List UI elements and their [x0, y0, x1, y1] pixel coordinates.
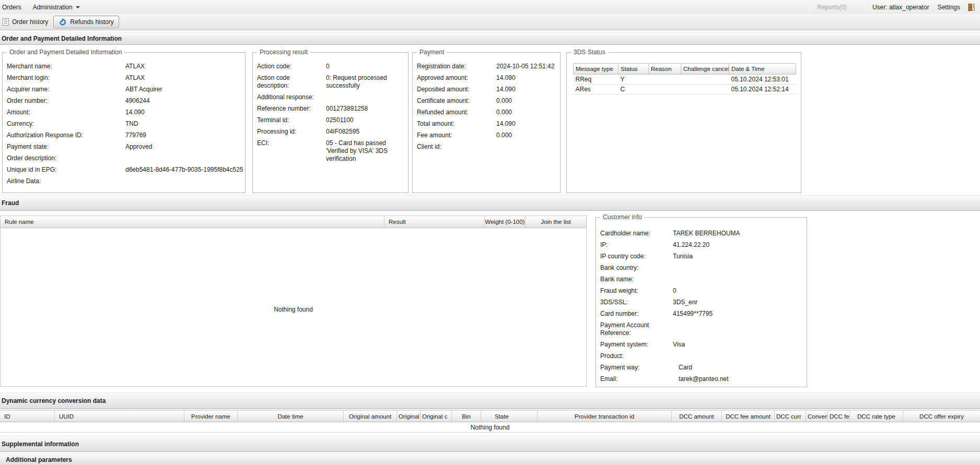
tds-column-header[interactable]: Date & Time — [729, 64, 796, 75]
dcc-column[interactable]: UUID — [55, 411, 184, 422]
field-row: Certificate amount:0.000 — [417, 97, 556, 105]
field-label: Processing id: — [257, 128, 326, 136]
field-value: Card — [673, 364, 802, 372]
tab-order-history[interactable]: Order history — [1, 16, 50, 28]
menu-administration[interactable]: Administration — [33, 4, 80, 11]
field-value: 0: Request processed successfully — [326, 74, 404, 90]
dcc-column[interactable]: DCC offer expiry — [903, 411, 980, 422]
field-value: TND — [125, 120, 241, 128]
field-value: 001273891258 — [326, 105, 404, 113]
dcc-column[interactable]: Provider transaction id — [538, 411, 672, 422]
field-value: ATLAX — [125, 74, 241, 82]
field-label: Payment Account Reference: — [600, 321, 673, 337]
field-value: 14.090 — [496, 74, 556, 82]
field-value: Approved — [125, 143, 241, 151]
fraud-column-rule-name[interactable]: Rule name — [1, 216, 384, 228]
field-value — [326, 93, 404, 101]
field-row: Payment way:Card — [600, 364, 802, 372]
field-label: Authorization Response ID: — [7, 132, 125, 139]
fraud-column-result[interactable]: Result — [384, 216, 485, 228]
dcc-column[interactable]: Provider name — [184, 411, 238, 422]
dcc-column[interactable]: DCC curr — [775, 411, 806, 422]
tds-column-header[interactable]: Status — [619, 64, 649, 75]
field-row: IP country code:Tunisia — [600, 253, 802, 260]
field-value: 14.090 — [496, 120, 556, 128]
field-label: IP: — [600, 241, 673, 249]
field-value: 41.224.22.20 — [673, 241, 802, 249]
tds-status-fieldset: 3DS Status Message type Status Reason Ch… — [566, 52, 801, 193]
dcc-column[interactable]: Conversi — [806, 411, 828, 422]
order-history-icon — [3, 18, 9, 26]
menubar-separator — [810, 3, 810, 11]
menu-reports[interactable]: Reports(0) — [817, 4, 847, 11]
tds-row: ARes C 05.10.2024 12:52:14 — [574, 85, 796, 94]
dcc-column[interactable]: Bin — [452, 411, 481, 422]
menu-orders[interactable]: Orders — [2, 4, 21, 11]
field-value: 0.000 — [496, 97, 556, 105]
dcc-column[interactable]: Date time — [238, 411, 344, 422]
tds-column-header[interactable]: Challenge cancel — [681, 64, 729, 75]
toolbar: Order history Refunds history — [0, 14, 980, 30]
dcc-table-header: ID UUID Provider name Date time Original… — [0, 410, 980, 422]
fraud-column-weight[interactable]: Weight (0-100) — [485, 216, 526, 228]
tds-status-table: Message type Status Reason Challenge can… — [573, 63, 796, 94]
field-label: Order description: — [7, 154, 125, 162]
field-row: Unique id in EPG:d6eb5481-8d46-477b-9035… — [7, 166, 241, 174]
field-value: 2024-10-05 12:51:42 — [496, 63, 556, 70]
fraud-table: Rule name Result Weight (0-100) Join the… — [0, 216, 587, 387]
field-label: Refunded amount: — [417, 109, 496, 116]
field-value: 3DS_enr — [673, 299, 802, 306]
field-value — [673, 264, 802, 272]
tds-status-legend: 3DS Status — [571, 49, 608, 56]
field-row: Fee amount:0.000 — [417, 132, 556, 139]
field-label: Terminal id: — [257, 116, 326, 124]
field-row: Product: — [600, 352, 802, 360]
field-value: ABT Acquirer — [125, 86, 241, 93]
field-value: 0.000 — [496, 109, 556, 116]
dcc-column[interactable]: Original f — [397, 411, 421, 422]
fraud-column-join[interactable]: Join the list — [526, 216, 586, 228]
field-value — [673, 352, 802, 360]
field-row: Additional response: — [257, 93, 404, 101]
field-label: Bank country: — [600, 264, 673, 272]
field-label: Acquirer name: — [7, 86, 125, 93]
tab-refunds-history[interactable]: Refunds history — [53, 16, 119, 28]
field-row: Terminal id:02501100 — [257, 116, 404, 124]
section-header-additional-parameters: Additional parameters — [0, 454, 980, 465]
menubar-separator — [865, 3, 866, 11]
field-row: Action code description:0: Request proce… — [257, 74, 404, 90]
field-row: Deposited amount:14.090 — [417, 86, 556, 93]
section-header-fraud: Fraud — [0, 195, 980, 211]
menubar: Orders Administration Reports(0) User: a… — [0, 0, 980, 14]
processing-result-body: Action code:0 Action code description:0:… — [253, 53, 408, 193]
logout-door-icon[interactable] — [966, 3, 976, 12]
field-label: Approved amount: — [417, 74, 496, 82]
dcc-column[interactable]: DCC fee amount — [722, 411, 775, 422]
dcc-column[interactable]: ID — [0, 411, 55, 422]
tds-row: RReq Y 05.10.2024 12:53:01 — [574, 75, 796, 85]
field-label: Payment way: — [600, 364, 673, 372]
field-value: 0 — [673, 287, 802, 295]
tds-column-header[interactable]: Message type — [574, 64, 619, 75]
dcc-column[interactable]: Original c — [421, 411, 452, 422]
fraud-empty-message: Nothing found — [1, 306, 586, 313]
dcc-column[interactable]: DCC rate type — [850, 411, 903, 422]
section-header-label: Dynamic currency conversion data — [2, 397, 106, 404]
dcc-column[interactable]: DCC amount — [672, 411, 722, 422]
field-label: Payment state: — [7, 143, 125, 151]
processing-result-fieldset: Processing result Action code:0 Action c… — [252, 52, 409, 193]
field-label: Deposited amount: — [417, 86, 496, 93]
section-header-supplemental: Supplemental information — [0, 436, 980, 452]
tds-column-header[interactable]: Reason — [649, 64, 681, 75]
dcc-column[interactable]: DCC fee — [828, 411, 850, 422]
field-label: Merchant login: — [7, 74, 125, 82]
field-label: Cardholder name: — [600, 230, 673, 237]
chevron-down-icon — [76, 6, 80, 8]
menu-settings[interactable]: Settings — [938, 4, 960, 11]
field-row: Reference number:001273891258 — [257, 105, 404, 113]
tds-cell: 05.10.2024 12:52:14 — [729, 85, 796, 94]
field-label: Client id: — [417, 143, 496, 151]
dcc-column[interactable]: Original amount — [344, 411, 397, 422]
toolbar-separator — [124, 17, 124, 27]
dcc-column[interactable]: State — [481, 411, 538, 422]
